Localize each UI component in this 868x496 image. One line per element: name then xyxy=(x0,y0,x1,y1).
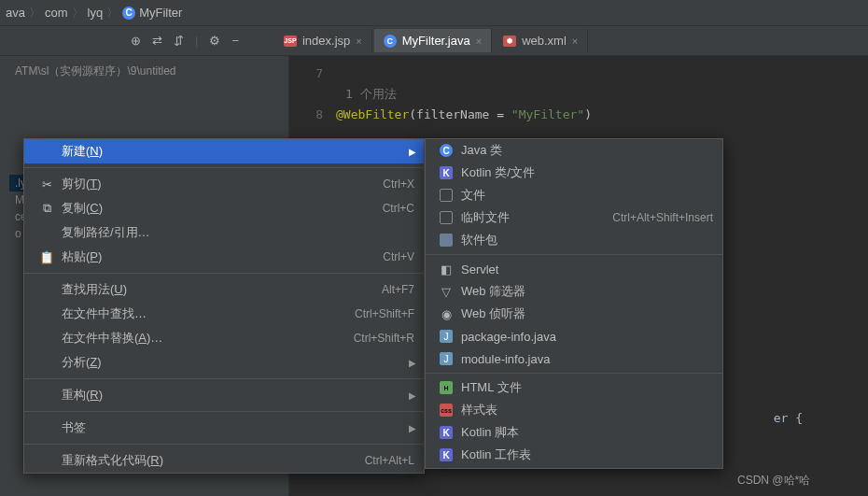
menu-bookmark[interactable]: 书签 ▶ xyxy=(24,416,424,440)
chevron-right-icon: ▶ xyxy=(409,423,416,433)
breadcrumb: ava 〉 com 〉 lyq 〉 C MyFilter xyxy=(0,0,868,26)
line-number: 8 xyxy=(289,105,336,125)
listener-icon: ◉ xyxy=(437,307,455,321)
submenu-web-listener[interactable]: ◉ Web 侦听器 xyxy=(426,303,722,325)
kotlin-icon: K xyxy=(440,448,453,461)
submenu-kotlin-class[interactable]: K Kotlin 类/文件 xyxy=(426,162,722,184)
submenu-java-class[interactable]: C Java 类 xyxy=(426,139,722,162)
submenu-scratch-file[interactable]: 临时文件 Ctrl+Alt+Shift+Insert xyxy=(426,206,722,229)
jsp-icon: JSP xyxy=(284,35,297,47)
tab-web-xml[interactable]: ⬢ web.xml × xyxy=(494,29,588,52)
html-icon: H xyxy=(440,381,453,394)
line-number: 7 xyxy=(289,64,336,84)
menu-reformat[interactable]: 重新格式化代码(R) Ctrl+Alt+L xyxy=(24,448,424,473)
java-file-icon: J xyxy=(440,330,453,343)
separator xyxy=(426,373,722,374)
submenu-package[interactable]: 软件包 xyxy=(426,229,722,251)
tab-label: index.jsp xyxy=(302,34,350,48)
menu-copy[interactable]: ⧉ 复制(C) Ctrl+C xyxy=(24,196,424,220)
separator xyxy=(426,254,722,255)
menu-replace-in-files[interactable]: 在文件中替换(A)… Ctrl+Shift+R xyxy=(24,326,424,350)
context-menu: 新建(N) ▶ ✂ 剪切(T) Ctrl+X ⧉ 复制(C) Ctrl+C 复制… xyxy=(23,138,425,474)
new-submenu: C Java 类 K Kotlin 类/文件 文件 临时文件 Ctrl+Alt+… xyxy=(425,138,723,469)
scissors-icon: ✂ xyxy=(37,177,56,191)
kotlin-icon: K xyxy=(440,166,453,179)
xml-icon: ⬢ xyxy=(503,35,516,47)
submenu-kotlin-script[interactable]: K Kotlin 脚本 xyxy=(426,421,722,444)
tab-myfilter-java[interactable]: C MyFilter.java × xyxy=(374,29,492,52)
expand-icon[interactable]: ⇵ xyxy=(174,34,184,48)
chevron-right-icon: 〉 xyxy=(29,5,41,21)
css-icon: css xyxy=(440,404,453,417)
watermark: CSDN @哈*哈 xyxy=(737,473,810,489)
chevron-right-icon: ▶ xyxy=(409,358,416,368)
submenu-module-info[interactable]: J module-info.java xyxy=(426,347,722,370)
tab-label: MyFilter.java xyxy=(402,34,470,48)
class-icon: C xyxy=(440,144,453,157)
folder-icon xyxy=(440,234,453,247)
separator xyxy=(24,378,424,379)
breadcrumb-item-current[interactable]: C MyFilter xyxy=(122,6,182,20)
menu-copy-reference[interactable]: 复制路径/引用… xyxy=(24,220,424,245)
chevron-right-icon: 〉 xyxy=(106,5,119,21)
divider: | xyxy=(195,34,198,48)
file-icon xyxy=(440,189,453,202)
breadcrumb-item[interactable]: lyq xyxy=(88,6,104,20)
breadcrumb-item[interactable]: com xyxy=(45,6,68,20)
separator xyxy=(24,167,424,168)
scratch-icon xyxy=(440,211,453,224)
submenu-kotlin-worksheet[interactable]: K Kotlin 工作表 xyxy=(426,444,722,466)
project-path: ATM\sl（实例源程序）\9\untitled xyxy=(9,62,279,81)
breadcrumb-item[interactable]: ava xyxy=(6,6,25,20)
separator xyxy=(24,444,424,445)
settings-icon[interactable]: ⚙ xyxy=(209,34,220,48)
menu-find-usages[interactable]: 查找用法(U) Alt+F7 xyxy=(24,277,424,302)
menu-analyze[interactable]: 分析(Z) ▶ xyxy=(24,350,424,375)
close-icon[interactable]: × xyxy=(476,35,482,47)
submenu-package-info[interactable]: J package-info.java xyxy=(426,325,722,347)
menu-cut[interactable]: ✂ 剪切(T) Ctrl+X xyxy=(24,172,424,196)
chevron-right-icon: 〉 xyxy=(72,5,84,21)
code-fragment: er { xyxy=(774,411,803,425)
tab-label: web.xml xyxy=(522,34,567,48)
filter-icon: ▽ xyxy=(437,285,455,299)
submenu-web-filter[interactable]: ▽ Web 筛选器 xyxy=(426,280,722,303)
menu-new[interactable]: 新建(N) ▶ xyxy=(24,139,424,163)
class-icon: C xyxy=(122,7,135,20)
submenu-file[interactable]: 文件 xyxy=(426,184,722,206)
menu-refactor[interactable]: 重构(R) ▶ xyxy=(24,383,424,407)
servlet-icon: ◧ xyxy=(437,262,455,276)
menu-paste[interactable]: 📋 粘贴(P) Ctrl+V xyxy=(24,245,424,269)
submenu-servlet[interactable]: ◧ Servlet xyxy=(426,258,722,280)
close-icon[interactable]: × xyxy=(572,35,578,47)
close-icon[interactable]: × xyxy=(356,35,361,47)
clipboard-icon: 📋 xyxy=(37,250,56,264)
target-icon[interactable]: ⊕ xyxy=(131,34,141,48)
minimize-icon[interactable]: − xyxy=(231,34,239,48)
collapse-icon[interactable]: ⇄ xyxy=(152,34,162,48)
kotlin-icon: K xyxy=(440,426,453,439)
toolbar: ⊕ ⇄ ⇵ | ⚙ − JSP index.jsp × C MyFilter.j… xyxy=(0,26,868,56)
copy-icon: ⧉ xyxy=(37,201,56,216)
java-file-icon: J xyxy=(440,352,453,365)
class-icon: C xyxy=(384,35,397,48)
editor-tabs: JSP index.jsp × C MyFilter.java × ⬢ web.… xyxy=(274,29,588,52)
chevron-right-icon: ▶ xyxy=(409,390,416,401)
tab-index-jsp[interactable]: JSP index.jsp × xyxy=(274,29,372,52)
separator xyxy=(24,273,424,274)
menu-find-in-files[interactable]: 在文件中查找… Ctrl+Shift+F xyxy=(24,302,424,326)
usage-hint[interactable]: 1 个用法 xyxy=(289,84,868,105)
submenu-stylesheet[interactable]: css 样式表 xyxy=(426,399,722,421)
chevron-right-icon: ▶ xyxy=(409,147,416,157)
submenu-html-file[interactable]: H HTML 文件 xyxy=(426,376,722,399)
separator xyxy=(24,411,424,412)
